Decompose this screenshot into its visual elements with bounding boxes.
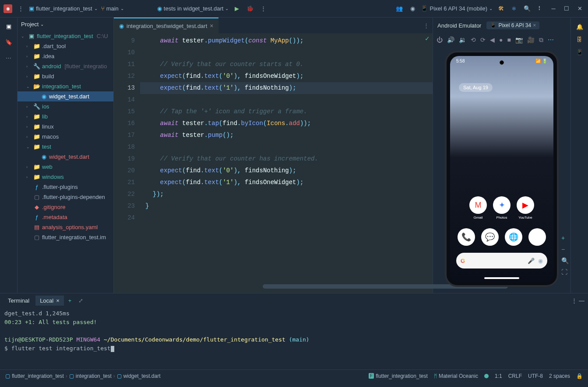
database-icon[interactable]: 🗄: [577, 36, 582, 43]
record-icon[interactable]: 🎥: [527, 36, 535, 43]
project-tool-icon[interactable]: ▣: [4, 21, 14, 31]
more-run-icon[interactable]: ⋮: [258, 4, 268, 14]
cursor-position[interactable]: 1:1: [495, 373, 502, 379]
hide-terminal-icon[interactable]: —: [579, 297, 584, 304]
back-icon[interactable]: ◀: [490, 36, 495, 43]
branch-selector[interactable]: ⑂ main ⌄: [101, 5, 124, 12]
settings-icon[interactable]: ⠇: [535, 4, 545, 14]
overview-icon[interactable]: ■: [507, 36, 511, 43]
rotate-right-icon[interactable]: ⟳: [480, 36, 486, 43]
tree-item[interactable]: ›🔧ios: [18, 101, 113, 112]
tree-item[interactable]: ƒ.metadata: [18, 212, 113, 222]
app-icon[interactable]: ✦Photos: [493, 196, 511, 214]
tools-icon[interactable]: 🛠: [496, 4, 506, 14]
right-tool-strip: 🔔 🗄 📱: [570, 17, 588, 293]
theme-badge[interactable]: ᛗ Material Oceanic: [434, 373, 478, 379]
tree-item[interactable]: ›📁web: [18, 162, 113, 172]
tree-item[interactable]: ƒ.flutter-plugins: [18, 182, 113, 192]
notifications-icon[interactable]: 🔔: [576, 24, 583, 30]
tree-item[interactable]: ▢.flutter-plugins-dependen: [18, 192, 113, 202]
tree-item[interactable]: ⌄📂integration_test: [18, 81, 113, 91]
new-session-icon[interactable]: +: [66, 297, 74, 304]
tree-item[interactable]: ›📁.idea: [18, 51, 113, 61]
more-tool-icon[interactable]: ⋯: [4, 52, 14, 63]
status-ok-icon[interactable]: [484, 374, 489, 378]
zoom-in-icon[interactable]: +: [561, 234, 569, 241]
status-bar: ▢ flutter_integration_test › ▢ integrati…: [0, 370, 588, 382]
tree-item[interactable]: ◆.gitignore: [18, 202, 113, 212]
app-icon[interactable]: M: [528, 228, 546, 246]
power-icon[interactable]: ⏻: [437, 36, 443, 43]
app-icon[interactable]: 💬: [481, 228, 499, 246]
collab-icon[interactable]: 👥: [394, 4, 404, 14]
expand-terminal-icon[interactable]: ⤢: [76, 297, 86, 304]
device-selector[interactable]: 📱 Pixel 6 API 34 (mobile) ⌄: [421, 5, 493, 12]
editor-tab-active[interactable]: ◉ integration_test\widget_test.dart ×: [114, 17, 218, 33]
breadcrumb[interactable]: ▢ flutter_integration_test › ▢ integrati…: [5, 373, 161, 379]
rotate-left-icon[interactable]: ⟲: [471, 36, 476, 43]
fold-icon[interactable]: ⧉: [539, 36, 543, 44]
tree-item[interactable]: ›📁.dart_tool: [18, 41, 113, 51]
close-emulator-tab-icon[interactable]: ×: [533, 22, 536, 28]
project-tree: ⌄▣ flutter_integration_test C:\U ›📁.dart…: [18, 31, 113, 289]
sync-icon[interactable]: ◉: [408, 4, 417, 14]
tree-item[interactable]: ›📁windows: [18, 172, 113, 182]
magnify-icon[interactable]: 🔍: [561, 257, 569, 264]
terminal-options-icon[interactable]: ⋮: [571, 297, 577, 304]
run-config-selector[interactable]: ◉ tests in widget_test.dart ⌄: [157, 5, 229, 12]
minimize-window-icon[interactable]: ─: [549, 4, 558, 14]
close-window-icon[interactable]: ✕: [575, 4, 584, 14]
tree-item[interactable]: ›📁build: [18, 71, 113, 81]
google-search-bar[interactable]: G 🎤 ◉: [456, 253, 547, 268]
code-editor[interactable]: 9101112131415161718192021222324 await te…: [114, 33, 433, 293]
flutter-project-badge[interactable]: F flutter_integration_test: [369, 373, 428, 379]
tree-item[interactable]: ›📁linux: [18, 122, 113, 132]
screenshot-icon[interactable]: 📷: [515, 36, 523, 43]
fit-icon[interactable]: ⛶: [561, 268, 569, 275]
readonly-icon[interactable]: 🔒: [576, 373, 583, 379]
date-widget[interactable]: Sat, Aug 19: [459, 83, 493, 92]
emulator-device-chip[interactable]: 📱 Pixel 6 API 34 ×: [486, 21, 539, 29]
project-selector[interactable]: ▣ flutter_integration_test ⌄: [29, 5, 98, 12]
close-session-icon[interactable]: ×: [56, 297, 60, 304]
tree-item[interactable]: ›📁lib: [18, 112, 113, 122]
indent-setting[interactable]: 2 spaces: [549, 373, 570, 379]
atom-icon[interactable]: ⚛: [509, 4, 519, 14]
project-panel-header[interactable]: Project ⌄: [18, 17, 113, 31]
nav-handle-icon[interactable]: [484, 277, 519, 279]
tree-item[interactable]: ›🔧android[flutter_integratio: [18, 61, 113, 71]
device-manager-icon[interactable]: 📱: [576, 49, 583, 56]
tree-item[interactable]: ▢flutter_integration_test.im: [18, 232, 113, 242]
tree-item[interactable]: ◉widget_test.dart: [18, 152, 113, 162]
more-emulator-icon[interactable]: ⋯: [548, 36, 554, 43]
search-icon[interactable]: 🔍: [522, 4, 532, 14]
tree-root[interactable]: ⌄▣ flutter_integration_test C:\U: [18, 31, 113, 41]
tabs-menu-icon[interactable]: ⋮: [420, 17, 433, 33]
terminal-tab[interactable]: Terminal: [4, 296, 34, 306]
app-icon[interactable]: 🌐: [505, 228, 522, 246]
app-icon[interactable]: ▶YouTube: [517, 196, 534, 214]
volume-up-icon[interactable]: 🔊: [447, 36, 454, 43]
terminal-session-tab[interactable]: Local ×: [35, 296, 64, 306]
phone-screen[interactable]: 5:58 📶 🔋 Sat, Aug 19 MGmail✦Photos▶YouTu…: [450, 56, 553, 282]
tree-item[interactable]: ▤analysis_options.yaml: [18, 222, 113, 232]
volume-down-icon[interactable]: 🔉: [459, 36, 466, 43]
home-icon[interactable]: ●: [499, 36, 503, 43]
tree-item[interactable]: ⌄📁test: [18, 142, 113, 152]
maximize-window-icon[interactable]: ☐: [562, 4, 571, 14]
zoom-out-icon[interactable]: −: [561, 246, 569, 253]
terminal-output[interactable]: dget_test.d 1,245ms00:23 +1: All tests p…: [0, 307, 588, 370]
main-menu-icon[interactable]: ⋮: [16, 4, 25, 14]
run-button-icon[interactable]: ▶: [232, 4, 242, 14]
close-tab-icon[interactable]: ×: [210, 22, 213, 29]
line-separator[interactable]: CRLF: [508, 373, 522, 379]
app-icon[interactable]: 📞: [458, 228, 475, 246]
app-icon[interactable]: MGmail: [469, 196, 487, 214]
debug-button-icon[interactable]: 🐞: [245, 4, 255, 14]
tree-item[interactable]: ›📁macos: [18, 132, 113, 142]
lens-icon[interactable]: ◉: [538, 258, 543, 264]
bookmark-tool-icon[interactable]: 🔖: [4, 37, 14, 47]
tree-item[interactable]: ◉widget_test.dart: [18, 91, 113, 101]
mic-icon[interactable]: 🎤: [528, 258, 535, 264]
file-encoding[interactable]: UTF-8: [528, 373, 543, 379]
